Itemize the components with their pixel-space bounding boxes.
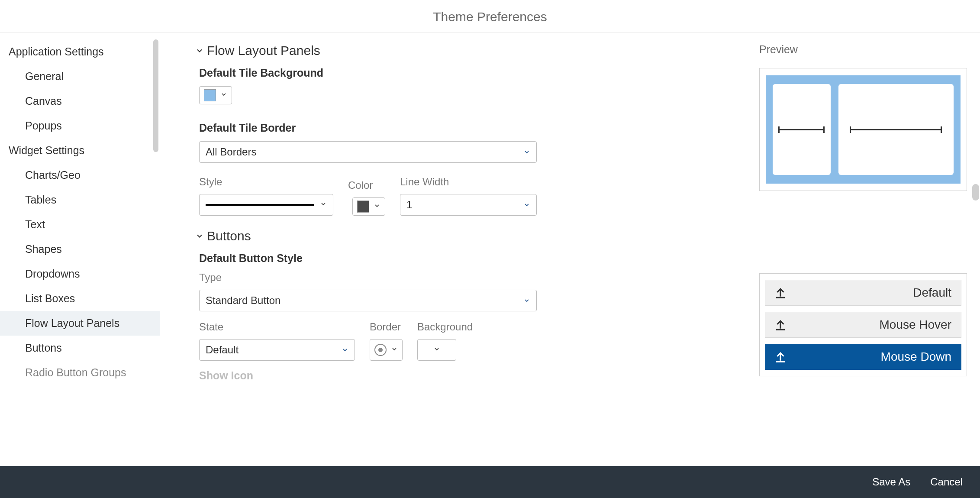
sidebar-item-shapes[interactable]: Shapes xyxy=(0,237,160,262)
tile-border-value: All Borders xyxy=(206,146,256,158)
label-default-tile-background: Default Tile Background xyxy=(199,67,733,79)
border-color-swatch xyxy=(357,200,369,213)
sidebar-item-popups[interactable]: Popups xyxy=(0,113,160,138)
sidebar-item-text[interactable]: Text xyxy=(0,212,160,237)
upload-icon xyxy=(774,350,787,363)
upload-icon xyxy=(774,286,787,299)
chevron-down-icon xyxy=(220,91,227,100)
chevron-down-icon xyxy=(433,346,440,354)
cancel-button[interactable]: Cancel xyxy=(930,476,963,488)
sidebar-scrollbar[interactable] xyxy=(153,39,158,152)
dialog-title: Theme Preferences xyxy=(0,0,980,32)
button-state-default: Default xyxy=(765,280,961,306)
sidebar-item-canvas[interactable]: Canvas xyxy=(0,89,160,113)
settings-form: Flow Layout Panels Default Tile Backgrou… xyxy=(160,32,759,466)
label-border: Border xyxy=(370,321,403,333)
upload-icon xyxy=(774,318,787,331)
line-width-value: 1 xyxy=(406,199,412,211)
group-buttons-label: Buttons xyxy=(207,229,251,243)
label-color: Color xyxy=(348,179,385,191)
preview-column: Preview Default Mouse xyxy=(759,32,980,466)
label-state: State xyxy=(199,321,355,333)
border-style-icon xyxy=(374,344,387,356)
sidebar-section-widget-settings: Widget Settings xyxy=(0,138,160,163)
chevron-down-icon xyxy=(523,294,530,307)
chevron-down-icon xyxy=(523,146,530,158)
sidebar-item-flow-layout-panels[interactable]: Flow Layout Panels xyxy=(0,311,160,336)
group-flow-layout-panels-label: Flow Layout Panels xyxy=(207,43,320,58)
chevron-down-icon xyxy=(374,202,380,211)
chevron-down-icon xyxy=(195,46,204,55)
button-state-hover: Mouse Hover xyxy=(765,312,961,338)
line-width-select[interactable]: 1 xyxy=(400,194,537,216)
tile-background-color-picker[interactable] xyxy=(199,86,232,104)
sidebar-item-buttons[interactable]: Buttons xyxy=(0,336,160,360)
button-state-down-label: Mouse Down xyxy=(881,350,951,364)
button-preview: Default Mouse Hover Mouse Down xyxy=(759,273,967,376)
chevron-down-icon xyxy=(342,344,348,356)
label-show-icon: Show Icon xyxy=(199,369,733,382)
tile-border-select[interactable]: All Borders xyxy=(199,141,537,163)
label-background: Background xyxy=(417,321,473,333)
panel-preview-cell xyxy=(773,84,831,175)
label-style: Style xyxy=(199,176,333,188)
button-state-hover-label: Mouse Hover xyxy=(879,318,951,332)
button-background-picker[interactable] xyxy=(417,339,456,361)
label-line-width: Line Width xyxy=(400,176,537,188)
group-flow-layout-panels[interactable]: Flow Layout Panels xyxy=(195,43,733,58)
label-default-button-style: Default Button Style xyxy=(199,252,733,265)
panel-preview-bg xyxy=(766,75,961,184)
chevron-down-icon xyxy=(391,346,398,354)
button-border-picker[interactable] xyxy=(370,339,403,361)
chevron-down-icon xyxy=(320,200,327,209)
flow-layout-preview xyxy=(759,68,967,191)
line-style-preview xyxy=(206,204,314,206)
button-state-value: Default xyxy=(206,344,239,356)
preview-label: Preview xyxy=(759,43,967,56)
sidebar-section-application-settings: Application Settings xyxy=(0,39,160,64)
dialog-footer: Save As Cancel xyxy=(0,466,980,498)
panel-preview-cell xyxy=(838,84,954,175)
button-type-select[interactable]: Standard Button xyxy=(199,290,537,311)
sidebar: Application Settings General Canvas Popu… xyxy=(0,32,160,466)
border-color-picker[interactable] xyxy=(352,197,385,216)
button-state-default-label: Default xyxy=(913,286,951,300)
sidebar-item-general[interactable]: General xyxy=(0,64,160,89)
page-scrollbar[interactable] xyxy=(972,184,979,200)
label-type: Type xyxy=(199,272,733,284)
sidebar-item-list-boxes[interactable]: List Boxes xyxy=(0,286,160,311)
save-as-button[interactable]: Save As xyxy=(872,476,910,488)
button-state-select[interactable]: Default xyxy=(199,339,355,361)
line-style-select[interactable] xyxy=(199,194,333,216)
sidebar-item-charts-geo[interactable]: Charts/Geo xyxy=(0,163,160,188)
sidebar-item-tables[interactable]: Tables xyxy=(0,188,160,212)
chevron-down-icon xyxy=(195,231,204,241)
group-buttons[interactable]: Buttons xyxy=(195,229,733,243)
label-default-tile-border: Default Tile Border xyxy=(199,122,733,134)
measure-line-icon xyxy=(850,129,942,130)
measure-line-icon xyxy=(778,129,825,130)
tile-background-swatch xyxy=(204,89,216,101)
button-type-value: Standard Button xyxy=(206,294,280,307)
sidebar-item-dropdowns[interactable]: Dropdowns xyxy=(0,262,160,286)
button-state-down: Mouse Down xyxy=(765,344,961,370)
sidebar-item-radio-button-groups[interactable]: Radio Button Groups xyxy=(0,360,160,385)
chevron-down-icon xyxy=(523,199,530,211)
